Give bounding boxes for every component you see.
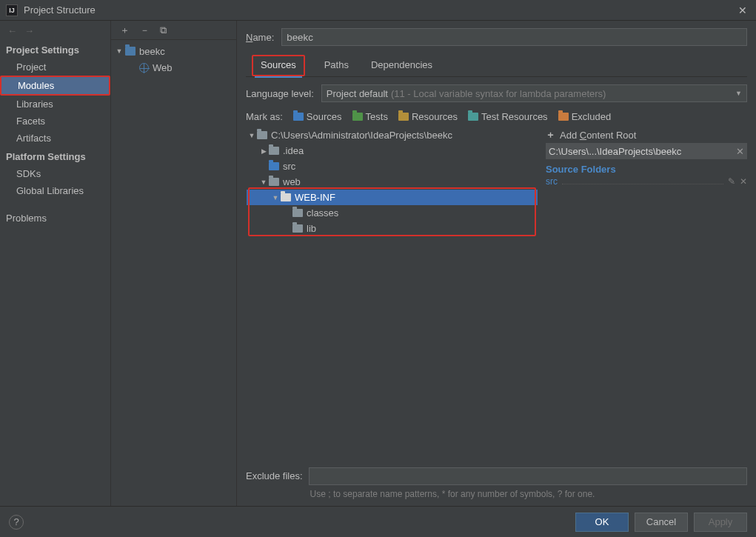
mark-sources-button[interactable]: Sources: [293, 111, 342, 122]
settings-sidebar: ← → Project Settings Project Modules Lib…: [0, 21, 111, 506]
modules-tree: ▼ beekc Web: [111, 40, 236, 506]
tree-idea[interactable]: ▶ .idea: [247, 143, 538, 159]
chevron-down-icon[interactable]: ▼: [260, 179, 267, 186]
sidebar-item-artifacts[interactable]: Artifacts: [0, 130, 110, 147]
tree-src-label: src: [283, 161, 295, 172]
exclude-files-label: Exclude files:: [246, 467, 303, 481]
tree-src[interactable]: src: [247, 159, 538, 174]
tree-webinf-label: WEB-INF: [295, 192, 335, 203]
sidebar-item-problems[interactable]: Problems: [0, 210, 110, 227]
remove-source-folder-icon[interactable]: ✕: [740, 176, 747, 187]
chevron-down-icon[interactable]: ▼: [272, 194, 279, 201]
content-tabs: Sources Paths Dependencies: [246, 55, 747, 77]
mark-resources-button[interactable]: Resources: [398, 111, 458, 122]
sidebar-heading-platform-settings: Platform Settings: [0, 147, 110, 165]
source-folders-heading: Source Folders: [546, 159, 747, 176]
sidebar-heading-project-settings: Project Settings: [0, 40, 110, 59]
sidebar-item-sdks[interactable]: SDKs: [0, 165, 110, 182]
tab-dependencies[interactable]: Dependencies: [368, 55, 435, 76]
sidebar-item-facets[interactable]: Facets: [0, 113, 110, 130]
folder-icon: [468, 113, 478, 121]
cancel-button[interactable]: Cancel: [635, 513, 688, 532]
module-name-input[interactable]: [281, 28, 747, 46]
mark-as-row: Mark as: Sources Tests Resources Test Re…: [246, 111, 747, 122]
sidebar-item-project[interactable]: Project: [0, 59, 110, 76]
folder-icon: [269, 178, 279, 186]
exclude-files-input[interactable]: [309, 467, 747, 485]
tree-web-label: web: [283, 176, 301, 187]
content-root-path-label: C:\Users\...\IdeaProjects\beekc: [549, 146, 681, 157]
module-icon: [125, 47, 136, 56]
source-folder-label: src: [546, 176, 558, 187]
module-root[interactable]: ▼ beekc: [111, 43, 236, 59]
folder-icon: [398, 113, 409, 121]
tree-lib[interactable]: lib: [247, 221, 538, 236]
tree-root[interactable]: ▼ C:\Users\Administrator\IdeaProjects\be…: [247, 127, 538, 143]
help-icon[interactable]: ?: [9, 515, 24, 530]
language-level-detail: (11 - Local variable syntax for lambda p…: [391, 88, 606, 99]
back-icon[interactable]: ←: [7, 25, 17, 36]
folder-icon: [292, 224, 303, 233]
folder-icon: [352, 113, 363, 121]
name-label: Name:: [246, 32, 274, 43]
modules-toolbar: ＋ － ⧉: [111, 21, 236, 40]
ok-button[interactable]: OK: [575, 513, 629, 532]
tree-root-label: C:\Users\Administrator\IdeaProjects\beek…: [271, 130, 452, 141]
apply-button[interactable]: Apply: [694, 513, 747, 532]
sidebar-item-global-libraries[interactable]: Global Libraries: [0, 182, 110, 199]
tree-lib-label: lib: [307, 223, 316, 234]
directory-tree: ▼ C:\Users\Administrator\IdeaProjects\be…: [246, 127, 538, 463]
mark-as-label: Mark as:: [246, 111, 283, 122]
language-level-label: Language level:: [246, 88, 314, 99]
mark-excluded-button[interactable]: Excluded: [558, 111, 611, 122]
chevron-right-icon[interactable]: ▶: [260, 147, 267, 155]
web-icon: [139, 63, 149, 73]
source-folder-icon: [269, 162, 279, 170]
sidebar-item-modules[interactable]: Modules: [0, 76, 110, 96]
folder-icon: [293, 113, 304, 121]
sidebar-item-libraries[interactable]: Libraries: [0, 96, 110, 113]
window-title: Project Structure: [24, 4, 735, 16]
folder-icon: [257, 131, 267, 139]
chevron-down-icon[interactable]: ▼: [116, 47, 123, 55]
chevron-down-icon[interactable]: ▼: [248, 132, 255, 139]
tree-webinf[interactable]: ▼ WEB-INF: [247, 190, 538, 205]
module-root-label: beekc: [139, 46, 165, 57]
tree-classes-label: classes: [307, 207, 338, 219]
module-web-label: Web: [153, 62, 173, 73]
tree-classes[interactable]: classes: [247, 205, 538, 221]
module-content: Name: Sources Paths Dependencies Languag…: [237, 21, 756, 506]
remove-module-icon[interactable]: －: [140, 24, 150, 37]
tab-sources[interactable]: Sources: [252, 55, 305, 76]
content-root-path[interactable]: C:\Users\...\IdeaProjects\beekc ✕: [546, 143, 747, 159]
dialog-footer: ? OK Cancel Apply: [0, 506, 756, 537]
edit-source-folder-icon[interactable]: ✎: [728, 176, 735, 187]
tab-paths[interactable]: Paths: [321, 55, 352, 76]
nav-arrows: ← →: [0, 21, 110, 40]
folder-icon: [281, 193, 291, 201]
close-icon[interactable]: ✕: [735, 4, 750, 16]
exclude-files-hint: Use ; to separate name patterns, * for a…: [309, 485, 747, 500]
module-web-facet[interactable]: Web: [111, 59, 236, 76]
modules-panel: ＋ － ⧉ ▼ beekc Web: [111, 21, 237, 506]
content-roots-panel: ＋ Add Content Root C:\Users\...\IdeaProj…: [546, 127, 747, 463]
remove-content-root-icon[interactable]: ✕: [736, 146, 744, 157]
folder-icon: [558, 113, 569, 121]
folder-icon: [269, 147, 279, 155]
copy-module-icon[interactable]: ⧉: [160, 24, 167, 36]
chevron-down-icon: ▼: [735, 90, 742, 97]
folder-icon: [292, 209, 303, 217]
title-bar: IJ Project Structure ✕: [0, 0, 756, 21]
forward-icon[interactable]: →: [24, 25, 34, 36]
app-logo-icon: IJ: [6, 4, 18, 16]
tree-idea-label: .idea: [283, 145, 304, 156]
tree-web[interactable]: ▼ web: [247, 174, 538, 190]
source-folder-src[interactable]: src ✎ ✕: [546, 176, 747, 187]
mark-test-resources-button[interactable]: Test Resources: [468, 111, 548, 122]
mark-tests-button[interactable]: Tests: [352, 111, 388, 122]
language-level-value: Project default: [327, 88, 388, 99]
language-level-select[interactable]: Project default (11 - Local variable syn…: [321, 84, 747, 102]
add-module-icon[interactable]: ＋: [120, 24, 130, 37]
add-content-root-link[interactable]: ＋ Add Content Root: [546, 127, 747, 143]
